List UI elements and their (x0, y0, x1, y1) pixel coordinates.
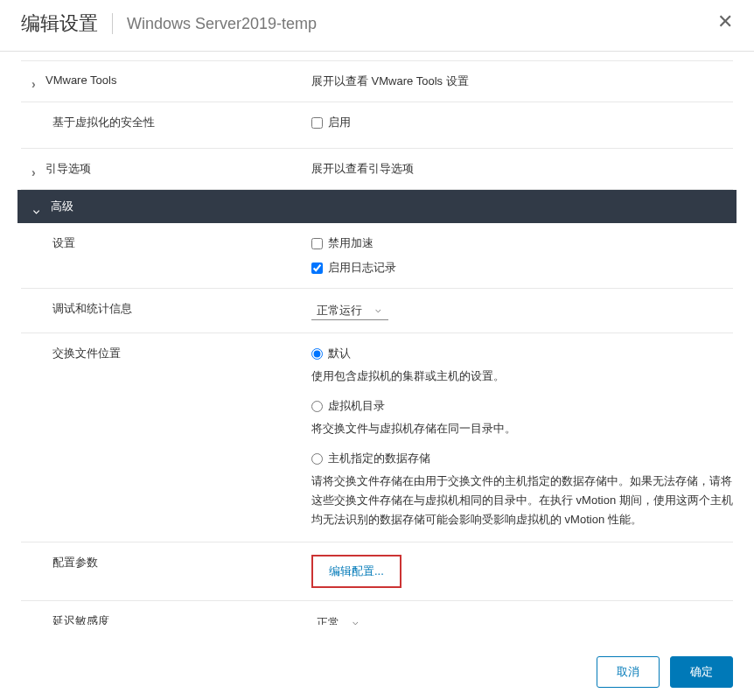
row-vmware-tools[interactable]: VMware Tools 展开以查看 VMware Tools 设置 (21, 60, 733, 102)
vbs-enable-label: 启用 (328, 115, 351, 130)
modal-footer: 取消 确定 (0, 644, 754, 700)
swap-default-desc: 使用包含虚拟机的集群或主机的设置。 (311, 367, 733, 386)
close-icon[interactable]: ✕ (717, 12, 733, 32)
swap-vmdir-label: 虚拟机目录 (328, 398, 385, 414)
row-latency: 延迟敏感度 正常 (21, 601, 733, 625)
row-config-params: 配置参数 编辑配置... (21, 542, 733, 601)
chevron-right-icon (31, 77, 38, 84)
disable-accel-checkbox[interactable] (311, 238, 323, 249)
cancel-button[interactable]: 取消 (597, 656, 660, 688)
enable-logging-label: 启用日志记录 (328, 260, 396, 276)
swap-default-label: 默认 (328, 346, 351, 361)
chevron-down-icon (33, 203, 40, 210)
row-advanced-header[interactable]: 高级 (17, 190, 737, 223)
row-vbs: 基于虚拟化的安全性 启用 (21, 102, 733, 149)
enable-logging-checkbox[interactable] (311, 262, 323, 274)
edit-config-button[interactable]: 编辑配置... (311, 555, 401, 588)
boot-options-value: 展开以查看引导选项 (311, 161, 733, 177)
vbs-label: 基于虚拟化的安全性 (52, 115, 155, 130)
row-debug-stats: 调试和统计信息 正常运行 (21, 289, 733, 333)
row-swap-location: 交换文件位置 默认 使用包含虚拟机的集群或主机的设置。 虚拟机目录 将交换文件与… (21, 333, 733, 542)
swap-hostds-radio[interactable] (311, 453, 323, 465)
row-boot-options[interactable]: 引导选项 展开以查看引导选项 (21, 149, 733, 190)
vbs-enable-checkbox[interactable] (311, 117, 323, 129)
advanced-settings-label: 设置 (52, 235, 75, 251)
swap-vmdir-radio[interactable] (311, 401, 323, 412)
swap-default-radio[interactable] (311, 348, 323, 360)
debug-stats-label: 调试和统计信息 (52, 301, 132, 317)
modal-header: 编辑设置 Windows Server2019-temp ✕ (0, 0, 754, 52)
latency-select[interactable]: 正常 (311, 613, 366, 625)
boot-options-label: 引导选项 (45, 161, 91, 177)
ok-button[interactable]: 确定 (670, 656, 733, 688)
disable-accel-label: 禁用加速 (328, 235, 374, 251)
modal-title: 编辑设置 (21, 10, 98, 37)
vmware-tools-value: 展开以查看 VMware Tools 设置 (311, 74, 733, 89)
swap-vmdir-desc: 将交换文件与虚拟机存储在同一目录中。 (311, 419, 733, 438)
modal-subtitle: Windows Server2019-temp (127, 15, 317, 33)
latency-label: 延迟敏感度 (52, 613, 109, 625)
chevron-right-icon (31, 165, 38, 172)
row-advanced-settings: 设置 禁用加速 启用日志记录 (21, 223, 733, 289)
config-params-label: 配置参数 (52, 555, 98, 570)
modal-body: VMware Tools 展开以查看 VMware Tools 设置 基于虚拟化… (0, 52, 754, 625)
swap-hostds-desc: 请将交换文件存储在由用于交换文件的主机指定的数据存储中。如果无法存储，请将这些交… (311, 472, 733, 529)
swap-hostds-label: 主机指定的数据存储 (328, 451, 430, 466)
swap-location-label: 交换文件位置 (52, 346, 121, 361)
vmware-tools-label: VMware Tools (45, 74, 116, 87)
debug-stats-select[interactable]: 正常运行 (311, 301, 388, 320)
title-divider (112, 13, 113, 34)
advanced-header-label: 高级 (51, 199, 73, 214)
